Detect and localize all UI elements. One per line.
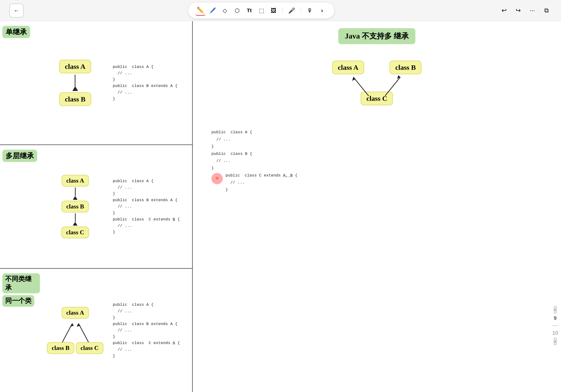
right-code-line: // ... <box>211 136 542 143</box>
code-line: } <box>113 96 187 102</box>
code-line: public class C extends B { <box>113 216 187 223</box>
code-line: // ... <box>113 327 187 334</box>
single-inheritance-diagram: class A class B <box>59 59 91 106</box>
row3-diagram: class A class B <box>42 269 108 392</box>
label-single-inheritance: 单继承 <box>2 26 30 38</box>
right-code-block: public class A { // ... } public class B… <box>202 129 552 193</box>
code-line: // ... <box>113 346 187 353</box>
divider1 <box>283 7 283 14</box>
right-code-line: } <box>211 165 542 172</box>
code-line: // ... <box>113 308 187 315</box>
more-tool[interactable]: › <box>317 5 327 16</box>
eraser-tool[interactable]: ◇ <box>220 5 230 16</box>
classB-badge: class B <box>59 92 91 106</box>
row-sibling-inheritance: 不同类继承 同一个类 class A <box>0 269 192 392</box>
right-title-badge: Java 不支持多 继承 <box>338 28 415 44</box>
right-diagram-container: class A class B class C <box>202 58 552 110</box>
mic-tool[interactable]: 🎙 <box>305 5 315 16</box>
classA-badge: class A <box>59 60 91 73</box>
toolbar-left: ← <box>9 3 23 18</box>
highlighter-tool[interactable]: 🖊️ <box>207 5 218 16</box>
code-line: } <box>113 353 187 359</box>
code-line: public class A { <box>113 64 187 70</box>
code-line: public class B extends A { <box>113 197 187 203</box>
code-line: // ... <box>113 70 187 76</box>
more-options-button[interactable]: ··· <box>527 5 538 16</box>
classC-sib: class C <box>76 342 103 354</box>
label-sibling2: 同一个类 <box>2 295 34 306</box>
code-line: // ... <box>113 223 187 229</box>
svg-line-6 <box>385 77 400 96</box>
sibling-diagram: class A class B <box>45 305 106 356</box>
copy-button[interactable]: ⧉ <box>541 5 552 16</box>
invalid-code-block: ✕ public class C extends A, B { // ... } <box>211 172 542 194</box>
code-line: } <box>113 191 187 197</box>
row-multi-level-inheritance: 多层继承 class A class B class C <box>0 145 192 269</box>
pen-tool[interactable]: ✏️ <box>195 5 205 16</box>
classB-multi: class B <box>62 201 89 212</box>
toolbar: ← ✏️ 🖊️ ◇ ⬡ Tt ⬚ 🖼 🎤 🎙 › ↩ ↪ ··· ⧉ <box>0 0 561 21</box>
right-code-line: } <box>211 143 542 150</box>
classB-sib: class B <box>47 342 74 354</box>
page-prev-button[interactable]: ‹ <box>554 306 557 313</box>
classC-multi: class C <box>61 227 89 238</box>
page-next-button[interactable]: › <box>554 338 557 345</box>
text-tool[interactable]: Tt <box>244 5 254 16</box>
undo-button[interactable]: ↩ <box>499 5 509 16</box>
code-line: public class A { <box>113 178 187 184</box>
right-code-line: // ... <box>226 179 542 186</box>
redo-button[interactable]: ↪ <box>513 5 523 16</box>
code-line: // ... <box>113 89 187 96</box>
page-divider: ── <box>552 323 558 328</box>
right-code-line-invalid: public class C extends A, B { <box>226 172 542 179</box>
code-line: } <box>113 315 187 321</box>
code-line: } <box>113 334 187 340</box>
row2-diagram: class A class B class C <box>42 145 108 268</box>
right-code-line: public class B { <box>211 150 542 158</box>
label-multilevel: 多层继承 <box>2 150 37 162</box>
code-line: // ... <box>113 184 187 191</box>
right-arrows-svg <box>330 58 424 108</box>
right-title-container: Java 不支持多 继承 <box>202 28 552 44</box>
code-line: public class B extends A { <box>113 321 187 327</box>
right-code-line: // ... <box>211 157 542 165</box>
row1-diagram: class A class B <box>42 21 108 144</box>
multi-inherit-diagram: class A class B class C <box>330 58 424 108</box>
lasso-tool[interactable]: ⬡ <box>232 5 242 16</box>
selection-tool[interactable]: ⬚ <box>256 5 267 16</box>
label-sibling1: 不同类继承 <box>2 273 40 293</box>
multilevel-diagram: class A class B class C <box>61 169 89 244</box>
right-panel: Java 不支持多 继承 class A class B class C <box>193 21 561 392</box>
code-line: } <box>113 76 187 83</box>
row1-code: public class A { // ... } public class B… <box>108 21 192 144</box>
right-code-line: public class A { <box>211 129 542 136</box>
row3-label: 不同类继承 同一个类 <box>0 269 42 392</box>
row1-label: 单继承 <box>0 21 42 144</box>
svg-marker-7 <box>397 75 400 79</box>
image-tool[interactable]: 🖼 <box>269 5 279 16</box>
row2-label: 多层继承 <box>0 145 42 268</box>
page-total: 10 <box>552 330 558 336</box>
code-line: // ... <box>113 203 187 210</box>
row3-code: public class A { // ... } public class B… <box>108 269 192 392</box>
page-current: 9 <box>554 315 557 321</box>
page-navigation: ‹ 9 ── 10 › <box>552 306 558 345</box>
classA-multi: class A <box>62 175 89 187</box>
code-line: public class C extends A { <box>113 340 187 346</box>
canvas-area: 单继承 class A class B public class A { // … <box>0 21 561 392</box>
svg-line-0 <box>61 323 72 345</box>
code-line: } <box>113 210 187 216</box>
right-code-line: } <box>226 186 542 194</box>
x-mark-icon: ✕ <box>211 173 223 184</box>
code-line: public class A { <box>113 302 187 308</box>
divider2 <box>301 7 301 14</box>
row-single-inheritance: 单继承 class A class B public class A { // … <box>0 21 192 145</box>
back-button[interactable]: ← <box>9 3 23 18</box>
svg-line-2 <box>78 323 90 345</box>
left-panel: 单继承 class A class B public class A { // … <box>0 21 193 392</box>
toolbar-right: ↩ ↪ ··· ⧉ <box>499 5 552 16</box>
svg-marker-5 <box>352 77 356 81</box>
audio-tool[interactable]: 🎤 <box>287 5 297 16</box>
svg-line-4 <box>353 77 369 96</box>
toolbar-center: ✏️ 🖊️ ◇ ⬡ Tt ⬚ 🖼 🎤 🎙 › <box>188 3 334 19</box>
